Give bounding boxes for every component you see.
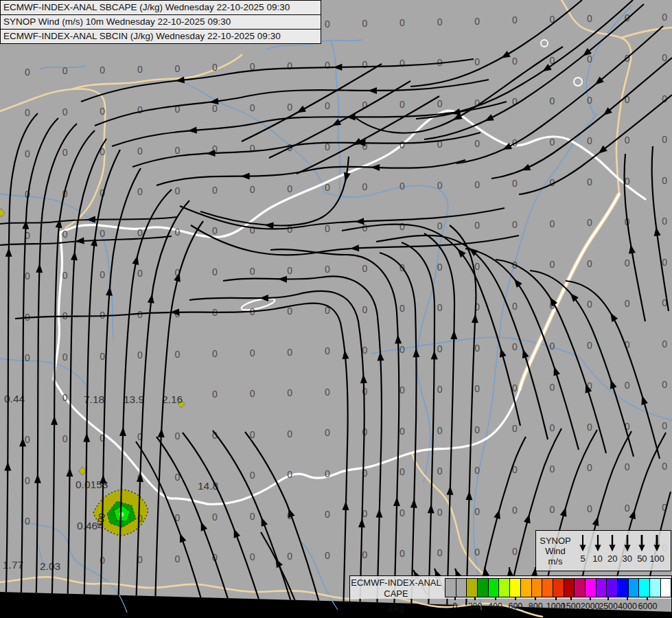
- grid-zero-label: 0: [287, 551, 292, 562]
- wind-speed-scale: 510203050100: [575, 531, 671, 571]
- wind-speed-entry: 100: [650, 534, 664, 571]
- wind-legend-line2: Wind: [536, 546, 575, 556]
- cape-tick-label: 200: [468, 602, 483, 611]
- grid-zero-label: 0: [62, 352, 68, 363]
- grid-zero-label: 0: [362, 181, 368, 192]
- cape-tick-mark: [515, 597, 516, 600]
- wind-speed-entry: 30: [621, 534, 634, 571]
- cape-color-swatch: [542, 578, 553, 597]
- grid-zero-label: 0: [250, 225, 255, 236]
- grid-zero-label: 0: [175, 349, 181, 360]
- grid-zero-label: 0: [587, 13, 592, 24]
- grid-zero-label: 0: [399, 58, 405, 69]
- grid-zero-label: 0: [250, 470, 255, 481]
- cape-color-swatch: [456, 578, 467, 597]
- grid-zero-label: 0: [212, 185, 218, 196]
- grid-zero-label: 0: [437, 98, 443, 109]
- grid-zero-label: 0: [325, 60, 330, 71]
- grid-zero-label: 0: [100, 269, 105, 280]
- cape-tick-label: 4000: [618, 602, 637, 611]
- down-arrow-icon: [652, 534, 662, 552]
- cape-color-swatch: [498, 578, 510, 597]
- cape-tick-mark: [590, 597, 591, 600]
- grid-zero-label: 0: [175, 145, 181, 156]
- grid-zero-label: 0: [474, 465, 480, 476]
- grid-zero-label: 0: [625, 380, 630, 391]
- grid-zero-label: 0: [175, 185, 181, 196]
- grid-zero-label: 0: [587, 54, 592, 65]
- grid-zero-label: 0: [100, 228, 105, 239]
- wind-speed-label: 100: [649, 553, 664, 564]
- grid-zero-label: 0: [550, 422, 555, 433]
- cape-color-swatch: [509, 578, 521, 597]
- grid-zero-label: 0: [100, 351, 105, 362]
- grid-zero-label: 0: [474, 547, 480, 558]
- grid-zero-label: 0: [662, 257, 667, 268]
- grid-zero-label: 0: [25, 271, 30, 282]
- grid-zero-label: 0: [25, 67, 30, 78]
- down-arrow-icon: [637, 534, 647, 552]
- grid-zero-label: 0: [287, 102, 292, 113]
- grid-zero-label: 0: [175, 553, 181, 564]
- cape-tick-mark: [474, 597, 476, 600]
- cape-tick-mark: [555, 597, 557, 600]
- grid-zero-label: 0: [325, 550, 330, 561]
- grid-zero-label: 0: [137, 350, 143, 360]
- cape-color-swatch: [660, 578, 672, 597]
- cape-tick-mark: [607, 597, 609, 600]
- grid-zero-label: 0: [399, 17, 405, 28]
- grid-zero-label: 0: [287, 60, 292, 71]
- grid-zero-label: 0: [399, 344, 405, 355]
- map-title-box: ECMWF-INDEX-ANAL SBCAPE (J/kg) Wednesday…: [0, 0, 321, 44]
- grid-zero-label: 0: [325, 468, 330, 479]
- title-line-sbcape: ECMWF-INDEX-ANAL SBCAPE (J/kg) Wednesday…: [1, 1, 321, 15]
- grid-zero-label: 0: [362, 386, 368, 397]
- grid-zero-label: 0: [550, 341, 555, 352]
- grid-zero-label: 0: [362, 345, 368, 356]
- cape-color-legend: ECMWF-INDEX-ANAL CAPE J/kg 0200400600800…: [349, 575, 672, 618]
- grid-zero-label: 0: [587, 135, 592, 146]
- grid-zero-label: 0: [100, 555, 105, 566]
- grid-zero-label: 0: [137, 268, 143, 279]
- grid-zero-label: 0: [550, 95, 555, 106]
- down-arrow-icon: [607, 534, 617, 552]
- grid-zero-label: 0: [212, 389, 218, 400]
- grid-zero-label: 0: [137, 227, 143, 238]
- grid-zero-label: 0: [362, 304, 368, 315]
- grid-zero-label: 0: [325, 345, 330, 356]
- cape-tick-scale: 0200400600800100015002000250040006000: [445, 597, 667, 616]
- grid-zero-label: 0: [587, 340, 592, 351]
- cape-color-swatch: [445, 578, 456, 597]
- grid-zero-label: 0: [137, 64, 143, 75]
- grid-zero-label: 0: [399, 507, 405, 518]
- cape-color-swatch: [520, 578, 532, 597]
- cape-tick-label: 600: [508, 602, 522, 611]
- grid-zero-label: 0: [287, 347, 292, 358]
- grid-zero-label: 0: [100, 106, 105, 117]
- grid-zero-label: 0: [662, 461, 667, 472]
- cape-tick-mark: [495, 597, 496, 600]
- grid-zero-label: 0: [550, 218, 555, 229]
- station-value: 2.03: [40, 560, 60, 572]
- wind-speed-label: 50: [637, 553, 647, 564]
- grid-zero-label: 0: [212, 348, 218, 359]
- grid-zero-label: 0: [250, 551, 255, 562]
- grid-zero-label: 0: [587, 462, 592, 473]
- grid-zero-label: 0: [587, 299, 592, 310]
- grid-zero-label: 0: [512, 219, 518, 230]
- grid-zero-label: 0: [512, 341, 518, 352]
- grid-zero-label: 0: [474, 343, 480, 354]
- grid-zero-label: 0: [399, 385, 405, 396]
- wind-legend-title: SYNOP Wind m/s: [536, 531, 575, 571]
- cape-color-swatch: [488, 578, 500, 597]
- grid-zero-label: 0: [25, 434, 30, 445]
- grid-zero-label: 0: [62, 229, 68, 240]
- grid-zero-label: 0: [175, 431, 181, 442]
- grid-zero-label: 0: [250, 347, 255, 358]
- grid-zero-label: 0: [325, 100, 330, 111]
- grid-zero-label: 0: [662, 379, 667, 390]
- cape-color-swatch: [638, 578, 650, 597]
- grid-zero-label: 0: [550, 137, 555, 148]
- grid-zero-label: 0: [437, 343, 443, 354]
- grid-zero-label: 0: [137, 146, 143, 157]
